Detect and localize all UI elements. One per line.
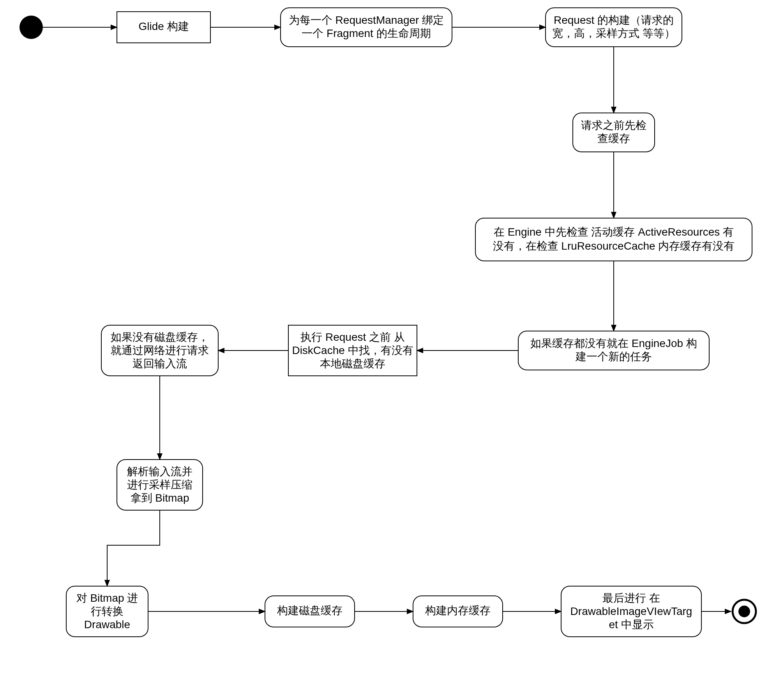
node-text: DiskCache 中找，有没有 [292,344,413,356]
start-node [19,16,43,39]
node-text: Drawable [84,618,130,631]
node-disk-cache: 执行 Request 之前 从 DiskCache 中找，有没有 本地磁盘缓存 [288,325,417,376]
node-bitmap-drawable: 对 Bitmap 进 行转换 Drawable [66,586,148,637]
node-text: 返回输入流 [132,358,187,370]
edge-n9-n10 [107,510,160,586]
node-text: 宽，高，采样方式 等等） [552,27,675,39]
node-text: 构建内存缓存 [425,604,491,616]
node-text: 为每一个 RequestManager 绑定 [289,14,444,26]
diagram-canvas: Glide 构建 为每一个 RequestManager 绑定 一个 Fragm… [0,0,784,694]
node-build-mem-cache: 构建内存缓存 [413,596,503,627]
node-text: et 中显示 [609,618,653,631]
node-text: Request 的构建（请求的 [554,14,674,26]
node-text: 在 Engine 中先检查 活动缓存 ActiveResources 有 [494,226,734,238]
node-engine-cache: 在 Engine 中先检查 活动缓存 ActiveResources 有 没有，… [475,218,752,261]
node-text: 一个 Fragment 的生命周期 [302,27,431,39]
node-text: 解析输入流并 [127,465,192,477]
node-text: 对 Bitmap 进 [76,592,138,604]
node-build-disk-cache: 构建磁盘缓存 [265,596,355,627]
node-text: 如果没有磁盘缓存， [111,331,209,343]
node-text: 没有，在检查 LruResourceCache 内存缓存有没有 [493,240,735,252]
node-network-request: 如果没有磁盘缓存， 就通过网络进行请求 返回输入流 [101,325,218,376]
node-text: 就通过网络进行请求 [111,344,209,356]
node-text: 请求之前先检 [581,119,646,131]
node-engine-job: 如果缓存都没有就在 EngineJob 构 建一个新的任务 [518,331,709,370]
svg-point-14 [738,606,750,617]
node-text: 执行 Request 之前 从 [300,331,405,343]
node-text: Glide 构建 [138,20,189,32]
node-text: 进行采样压缩 [127,479,192,491]
node-text: 查缓存 [597,132,630,144]
node-text: 构建磁盘缓存 [277,604,343,616]
node-request-build: Request 的构建（请求的 宽，高，采样方式 等等） [546,8,682,47]
node-request-manager: 为每一个 RequestManager 绑定 一个 Fragment 的生命周期 [281,8,452,47]
node-text: 建一个新的任务 [575,351,652,363]
node-text: 最后进行 在 [602,592,660,604]
node-glide-build: Glide 构建 [117,12,210,43]
svg-rect-4 [475,218,752,261]
node-text: DrawableImageVIewTarg [570,605,692,617]
node-text: 行转换 [91,605,124,617]
node-parse-stream: 解析输入流并 进行采样压缩 拿到 Bitmap [117,460,203,510]
node-text: 如果缓存都没有就在 EngineJob 构 [530,337,697,349]
node-check-cache: 请求之前先检 查缓存 [573,113,655,152]
end-node [733,600,756,623]
node-text: 本地磁盘缓存 [320,358,385,370]
node-display-target: 最后进行 在 DrawableImageVIewTarg et 中显示 [561,586,701,637]
node-text: 拿到 Bitmap [131,492,189,504]
